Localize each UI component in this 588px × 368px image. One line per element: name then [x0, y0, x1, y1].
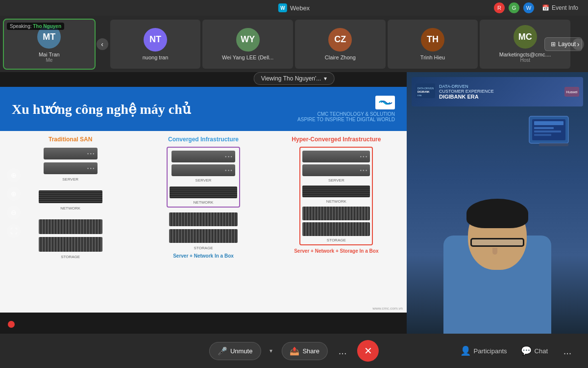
participant-card-2[interactable]: WY Wei Yang LEE (Dell... — [202, 20, 293, 69]
chat-icon: 💬 — [521, 345, 532, 356]
storage-label-h: STORAGE — [327, 238, 346, 242]
zoom-out-button[interactable]: ⊖ — [7, 206, 21, 219]
svg-rect-8 — [534, 127, 554, 129]
network-unit-h — [302, 185, 370, 197]
converged-box: SERVER NETWORK — [167, 147, 240, 208]
participant-name-2: Wei Yang LEE (Dell... — [220, 54, 275, 60]
participant-card-4[interactable]: TH Trinh Hieu — [388, 20, 478, 69]
fullscreen-button[interactable]: ⛶ — [7, 224, 21, 238]
app-title-area: W Webex — [278, 3, 310, 12]
storage-label-t: STORAGE — [61, 255, 80, 259]
end-call-button[interactable]: ✕ — [357, 340, 379, 362]
hci-box: SERVER NETWORK STORAGE — [299, 147, 373, 245]
microphone-icon: 🎤 — [218, 346, 227, 356]
svg-rect-7 — [534, 121, 564, 125]
app-name: Webex — [290, 4, 310, 12]
more-right-icon: ... — [564, 345, 572, 357]
network-label-c: NETWORK — [194, 200, 214, 205]
event-info-button[interactable]: 📅 Event Info — [538, 3, 582, 13]
storage-unit-h1 — [302, 207, 370, 220]
slide-column-converged: Converged Infrastructure SERVER NETWORK … — [141, 136, 266, 313]
slide-title: Xu hướng công nghệ máy chủ — [12, 101, 191, 117]
share-label: Share — [302, 347, 319, 355]
server-unit-t2 — [44, 162, 98, 174]
slide-website: www.cmc.com.vn — [372, 306, 403, 311]
bg-text1: DATA-DRIVEN — [439, 84, 561, 89]
participant-avatar-3: CZ — [328, 28, 352, 52]
top-bar-right: R G W 📅 Event Info — [494, 2, 582, 13]
storage-unit-t1 — [39, 219, 102, 234]
network-label-t: NETWORK — [60, 206, 80, 210]
server-unit-h2 — [302, 164, 370, 176]
server-unit-t1 — [44, 148, 98, 159]
server-unit-h1 — [302, 151, 370, 162]
participant-avatar-2: WY — [236, 28, 260, 52]
toolbar-right: 👤 Participants 💬 Chat ... — [457, 342, 576, 360]
logo-text2: ASPIRE TO INSPIRE THE DIGITAL WORLD — [297, 117, 395, 122]
huawei-logo: Huawei — [564, 87, 579, 97]
storage-unit-h2 — [302, 222, 370, 236]
viewing-dropdown[interactable]: Viewing Tho Nguyen'... ▾ — [254, 72, 335, 85]
participants-button[interactable]: 👤 Participants — [457, 342, 510, 359]
viewing-label: Viewing Tho Nguyen'... — [261, 75, 321, 82]
svg-rect-6 — [539, 143, 568, 146]
event-info-label: Event Info — [552, 4, 578, 11]
server-unit-c1 — [172, 151, 235, 162]
slide-logo-area: CMC TECHNOLOGY & SOLUTION ASPIRE TO INSP… — [297, 96, 395, 122]
participants-strip: Speaking: Tho Nguyen MT Mai Tran Me ‹ NT… — [0, 16, 588, 72]
person-silhouette — [429, 191, 566, 334]
zoom-in-button[interactable]: ⊕ — [7, 187, 21, 201]
network-unit-t — [39, 190, 102, 203]
slide-controls: ⊕ ⊕ ⊖ ⛶ — [7, 168, 21, 238]
network-unit-c — [170, 186, 237, 198]
more-options-button[interactable]: ... — [334, 342, 351, 360]
slide-body: Traditional SAN SERVER NETWORK STORAGE — [0, 131, 407, 313]
traditional-devices: SERVER NETWORK STORAGE — [8, 147, 133, 259]
svg-rect-9 — [534, 131, 561, 132]
speaking-badge: Speaking: Tho Nguyen — [7, 23, 64, 30]
layout-label: Layout — [558, 41, 576, 48]
participants-icon: 👤 — [460, 345, 471, 356]
status-icon-red: R — [494, 2, 505, 13]
slide-column-hci: Hyper-Converged Infrastructure SERVER NE… — [274, 136, 399, 313]
participant-role-0: Me — [46, 57, 52, 63]
more-right-button[interactable]: ... — [559, 342, 576, 360]
participant-card-3[interactable]: CZ Claire Zhong — [295, 20, 386, 69]
participants-label: Participants — [474, 347, 507, 355]
viewing-bar: Viewing Tho Nguyen'... ▾ — [254, 72, 335, 85]
participant-avatar-1: NT — [144, 28, 167, 52]
storage-label-c: STORAGE — [194, 246, 213, 250]
status-icon-blue: W — [523, 2, 534, 13]
storage-unit-c2 — [169, 229, 238, 243]
participant-name-3: Claire Zhong — [323, 54, 358, 60]
zoom-fit-button[interactable]: ⊕ — [7, 168, 21, 182]
chat-button[interactable]: 💬 Chat — [518, 342, 551, 359]
svg-text:DIGIBANK: DIGIBANK — [417, 90, 430, 93]
unmute-button[interactable]: 🎤 Unmute — [209, 342, 261, 360]
participant-card-1[interactable]: NT nuong tran — [110, 20, 201, 69]
end-call-icon: ✕ — [364, 345, 372, 357]
bg-text2: CUSTOMER EXPERIENCE — [439, 89, 561, 94]
converged-storage: STORAGE — [141, 211, 266, 250]
main-content: Xu hướng công nghệ máy chủ CMC TECHNOLOG… — [0, 72, 588, 334]
chat-label: Chat — [535, 347, 548, 355]
strip-nav-left[interactable]: ‹ — [97, 38, 108, 50]
server-unit-c2 — [172, 164, 235, 176]
converged-bottom-label: Server + Network In a Box — [173, 253, 234, 259]
participant-card-speaking[interactable]: Speaking: Tho Nguyen MT Mai Tran Me — [4, 20, 95, 69]
unmute-dropdown-arrow[interactable]: ▾ — [267, 343, 275, 358]
speaking-label: Speaking: — [10, 24, 33, 29]
participant-name-0: Mai Tran — [37, 52, 62, 57]
layout-button[interactable]: ⊞ Layout — [544, 37, 582, 51]
server-label-t: SERVER — [62, 177, 78, 182]
cmc-logo — [375, 96, 395, 109]
participant-avatar-4: TH — [421, 28, 444, 52]
bottom-toolbar: 🎤 Unmute ▾ 📤 Share ... ✕ 👤 Participants … — [0, 334, 588, 368]
speaking-name: Tho Nguyen — [33, 24, 61, 29]
slide-column-traditional: Traditional SAN SERVER NETWORK STORAGE — [8, 136, 133, 313]
share-button[interactable]: 📤 Share — [281, 342, 328, 360]
logo-text1: CMC TECHNOLOGY & SOLUTION — [317, 111, 395, 117]
share-icon: 📤 — [290, 346, 299, 356]
unmute-label: Unmute — [230, 347, 253, 355]
webex-logo-icon: W — [278, 3, 287, 12]
